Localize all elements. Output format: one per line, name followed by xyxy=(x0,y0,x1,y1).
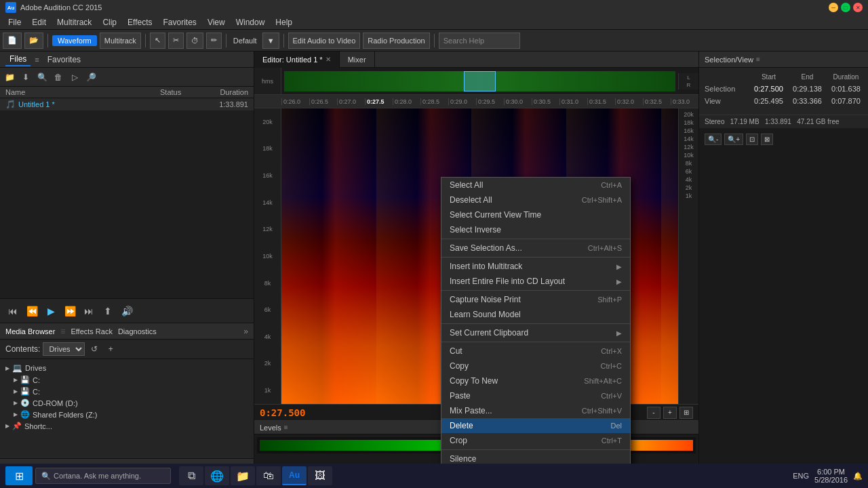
ctx-insert-cd[interactable]: Insert Entire File into CD Layout ▶ xyxy=(441,274,630,289)
taskbar-store[interactable]: 🛍 xyxy=(256,466,281,485)
spectrum-zoom-out[interactable]: 🔍- xyxy=(705,134,722,145)
ctx-select-inverse[interactable]: Select Inverse xyxy=(441,222,630,237)
diagnostics-tab[interactable]: Diagnostics xyxy=(118,327,157,336)
tool-time[interactable]: ⏱ xyxy=(186,33,203,49)
ctx-set-clipboard[interactable]: Set Current Clipboard ▶ xyxy=(441,325,630,340)
file-item-0[interactable]: 🎵 Untitled 1 * 1:33.891 xyxy=(0,98,254,110)
tree-item-drives[interactable]: ▶ 💻 Drives xyxy=(3,362,251,374)
zoom-in-btn[interactable]: + xyxy=(663,407,677,419)
search-input[interactable]: Search Help xyxy=(439,33,520,49)
maximize-button[interactable]: □ xyxy=(841,3,850,12)
taskbar-audition[interactable]: Au xyxy=(282,466,307,485)
close-button[interactable]: ✕ xyxy=(853,3,863,12)
waveform-overview[interactable]: hms L R xyxy=(254,68,698,95)
tool-pencil[interactable]: ✏ xyxy=(206,33,222,49)
delete-file-btn[interactable]: 🗑 xyxy=(52,70,65,84)
ctx-learn-sound[interactable]: Learn Sound Model xyxy=(441,307,630,322)
taskbar-task-view[interactable]: ⧉ xyxy=(179,466,203,485)
volume-btn[interactable]: 🔊 xyxy=(119,304,134,319)
menu-multitrack[interactable]: Multitrack xyxy=(52,16,97,28)
notification-area[interactable]: 🔔 xyxy=(853,472,863,481)
radio-production-btn[interactable]: Radio Production xyxy=(363,33,429,49)
export-btn[interactable]: ⬆ xyxy=(100,304,115,319)
waveform-overview-bar[interactable] xyxy=(284,71,675,92)
editor-tab-0-close[interactable]: ✕ xyxy=(326,56,331,63)
ctx-delete[interactable]: Delete Del xyxy=(441,418,630,433)
effects-rack-tab[interactable]: Effects Rack xyxy=(71,327,113,336)
import-btn[interactable]: ⬇ xyxy=(19,70,33,84)
multitrack-mode-btn[interactable]: Multitrack xyxy=(100,33,141,49)
ctx-deselect-all[interactable]: Deselect All Ctrl+Shift+A xyxy=(441,192,630,207)
transport-end[interactable]: ⏭ xyxy=(81,304,96,319)
ctx-crop[interactable]: Crop Ctrl+T xyxy=(441,433,630,448)
ctx-select-all[interactable]: Select All Ctrl+A xyxy=(441,178,630,192)
new-folder-btn[interactable]: 📁 xyxy=(3,70,16,84)
spectrum-zoom-in[interactable]: 🔍+ xyxy=(724,134,743,145)
ctx-copy-to-new[interactable]: Copy To New Shift+Alt+C xyxy=(441,373,630,388)
context-menu[interactable]: Select All Ctrl+A Deselect All Ctrl+Shif… xyxy=(441,177,631,488)
menu-effects[interactable]: Effects xyxy=(122,16,157,28)
tree-item-shared[interactable]: ▶ 🌐 Shared Folders (Z:) xyxy=(3,409,251,420)
minimize-button[interactable]: ─ xyxy=(829,3,838,12)
media-add-btn[interactable]: + xyxy=(104,342,117,356)
waveform-mode-btn[interactable]: Waveform xyxy=(52,35,97,46)
cortana-search[interactable]: 🔍 Cortana. Ask me anything. xyxy=(35,468,171,484)
transport-forward[interactable]: ⏩ xyxy=(62,304,77,319)
ctx-capture-noise[interactable]: Capture Noise Print Shift+P xyxy=(441,292,630,307)
view-end-val[interactable]: 0:33.366 xyxy=(791,97,824,105)
new-file-btn[interactable]: 📄 xyxy=(3,33,22,49)
view-start-val[interactable]: 0:25.495 xyxy=(752,97,785,105)
ctx-select-view-time[interactable]: Select Current View Time xyxy=(441,207,630,222)
transport-play[interactable]: ▶ xyxy=(43,304,58,319)
ctx-paste[interactable]: Paste Ctrl+V xyxy=(441,388,630,403)
favorites-tab[interactable]: Favorites xyxy=(43,54,85,66)
menu-clip[interactable]: Clip xyxy=(97,16,122,28)
spectrum-zoom-fit[interactable]: ⊡ xyxy=(746,134,758,145)
window-controls[interactable]: ─ □ ✕ xyxy=(829,3,863,12)
editor-tab-0[interactable]: Editor: Untitled 1 * ✕ xyxy=(254,52,340,68)
expand-media-btn[interactable]: » xyxy=(243,327,248,336)
tool-razor[interactable]: ✂ xyxy=(168,33,184,49)
menu-window[interactable]: Window xyxy=(231,16,271,28)
menu-view[interactable]: View xyxy=(202,16,231,28)
ctx-mix-paste[interactable]: Mix Paste... Ctrl+Shift+V xyxy=(441,403,630,418)
taskbar-edge[interactable]: 🌐 xyxy=(205,466,229,485)
ctx-insert-multitrack[interactable]: Insert into Multitrack ▶ xyxy=(441,259,630,274)
search-files-btn[interactable]: 🔎 xyxy=(84,70,98,84)
start-button[interactable]: ⊞ xyxy=(5,466,33,485)
ctx-save-selection-shortcut: Ctrl+Alt+S xyxy=(588,244,622,252)
workspace-dropdown[interactable]: ▼ xyxy=(262,33,279,49)
menu-favorites[interactable]: Favorites xyxy=(158,16,202,28)
files-tab[interactable]: Files xyxy=(5,53,31,66)
tree-item-shortcuts[interactable]: ▶ 📌 Shortc... xyxy=(3,420,251,432)
tree-item-cdrom[interactable]: ▶ 💿 CD-ROM (D:) xyxy=(3,397,251,409)
reveal-btn[interactable]: 🔍 xyxy=(35,70,49,84)
open-file-btn[interactable]: 📂 xyxy=(24,33,43,49)
contents-dropdown[interactable]: Drives xyxy=(43,342,85,356)
edit-audio-btn[interactable]: Edit Audio to Video xyxy=(288,33,361,49)
ctx-cut[interactable]: Cut Ctrl+X xyxy=(441,344,630,359)
selection-start-val[interactable]: 0:27.500 xyxy=(752,85,785,93)
editor-tab-1[interactable]: Mixer xyxy=(340,52,375,68)
menu-file[interactable]: File xyxy=(3,16,26,28)
media-refresh-btn[interactable]: ↺ xyxy=(87,342,101,356)
taskbar-explorer[interactable]: 📁 xyxy=(231,466,255,485)
transport-rewind[interactable]: ⏪ xyxy=(24,304,39,319)
taskbar-photos[interactable]: 🖼 xyxy=(308,466,332,485)
transport-rewind-start[interactable]: ⏮ xyxy=(5,304,20,319)
selection-end-val[interactable]: 0:29.138 xyxy=(791,85,824,93)
tree-item-c1[interactable]: ▶ 💾 C: xyxy=(3,374,251,386)
autoplay-btn[interactable]: ▷ xyxy=(68,70,81,84)
taskbar-audition-icon: Au xyxy=(289,470,300,480)
menu-edit[interactable]: Edit xyxy=(26,16,52,28)
zoom-fit-btn[interactable]: ⊞ xyxy=(679,407,693,419)
tool-selector[interactable]: ↖ xyxy=(150,33,165,49)
ctx-save-selection[interactable]: Save Selection As... Ctrl+Alt+S xyxy=(441,241,630,256)
zoom-out-btn[interactable]: - xyxy=(647,407,660,419)
ctx-copy[interactable]: Copy Ctrl+C xyxy=(441,359,630,373)
spectrum-zoom-all[interactable]: ⊠ xyxy=(761,134,773,145)
menu-help[interactable]: Help xyxy=(270,16,298,28)
tree-item-c2[interactable]: ▶ 💾 C: xyxy=(3,386,251,397)
media-browser-tab[interactable]: Media Browser xyxy=(5,327,55,336)
col-header-end: End xyxy=(791,73,824,81)
